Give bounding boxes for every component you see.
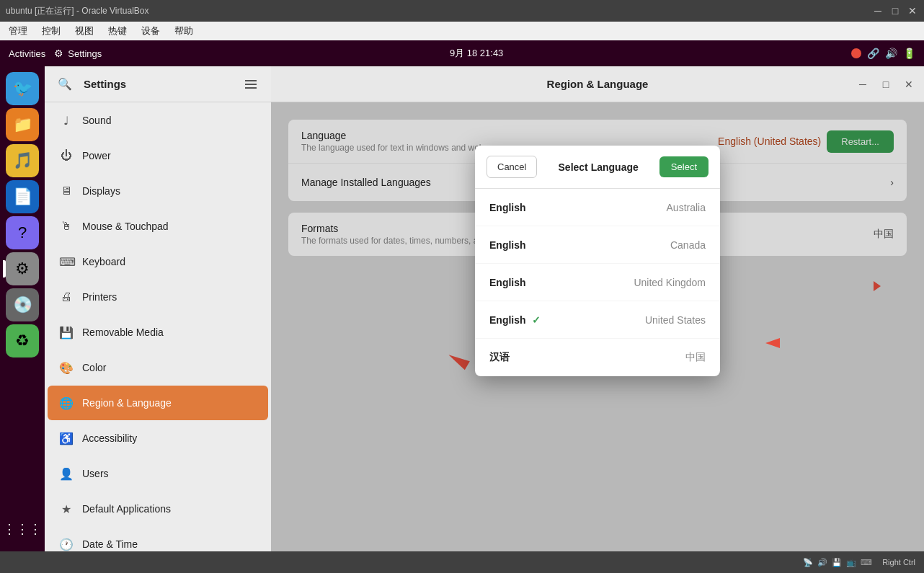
sidebar-label-displays: Displays <box>82 185 120 197</box>
settings-taskbar-icon: ⚙ <box>54 48 63 59</box>
taskbar-datetime: 9月 18 21:43 <box>102 47 851 60</box>
content-title: Region & Language <box>547 78 649 90</box>
lang-item-2[interactable]: English United Kingdom <box>475 264 720 301</box>
taskbar-right-icons: 🔗 🔊 🔋 <box>851 48 915 59</box>
vbox-title: ubuntu [正在运行] - Oracle VirtualBox <box>6 5 872 17</box>
dvd-icon: 💿 <box>13 296 32 314</box>
vbox-icon-2: 🔊 <box>817 558 827 567</box>
settings-dock-icon: ⚙ <box>15 259 30 278</box>
mouse-icon: 🖱 <box>59 220 74 233</box>
window-restore-button[interactable]: □ <box>876 75 895 94</box>
vbox-minimize-button[interactable]: ─ <box>872 5 884 17</box>
sidebar-item-default-apps[interactable]: ★ Default Applications <box>48 492 268 526</box>
lang-name-text-1: English <box>489 239 526 251</box>
sidebar-item-keyboard[interactable]: ⌨ Keyboard <box>48 244 268 279</box>
hamburger-icon-2 <box>245 84 257 85</box>
lang-name-text-0: English <box>489 202 526 213</box>
lang-region-0: Australia <box>667 202 706 213</box>
network-icon[interactable]: 🔗 <box>867 48 879 59</box>
battery-icon[interactable]: 🔋 <box>903 48 915 59</box>
sidebar-item-sound[interactable]: ♩ Sound <box>48 103 268 138</box>
vbox-close-button[interactable]: ✕ <box>907 5 918 17</box>
right-ctrl-label: Right Ctrl <box>882 558 915 567</box>
dock-app-grid[interactable]: ⋮⋮⋮ <box>6 512 39 546</box>
vbox-icon-1: 📡 <box>803 558 813 567</box>
dock-thunderbird[interactable]: 🐦 <box>6 72 39 105</box>
sidebar-item-removable[interactable]: 💾 Removable Media <box>48 315 268 350</box>
taskbar-app-label: Settings <box>68 48 102 59</box>
sidebar-item-accessibility[interactable]: ♿ Accessibility <box>48 421 268 456</box>
content-area: Region & Language ─ □ ✕ Language The lan… <box>271 66 924 551</box>
dock-help[interactable]: ? <box>6 216 39 249</box>
sidebar-item-color[interactable]: 🎨 Color <box>48 350 268 385</box>
main-area: 🐦 📁 🎵 📄 ? ⚙ 💿 ♻ ⋮⋮⋮ <box>0 66 924 551</box>
power-icon: ⏻ <box>59 149 74 162</box>
svg-marker-2 <box>765 338 816 348</box>
vbox-maximize-button[interactable]: □ <box>889 5 901 17</box>
dock-writer[interactable]: 📄 <box>6 180 39 213</box>
writer-icon: 📄 <box>13 187 32 206</box>
sidebar-item-mouse[interactable]: 🖱 Mouse & Touchpad <box>48 209 268 244</box>
lang-item-0[interactable]: English Australia <box>475 189 720 226</box>
lang-region-1: Canada <box>670 239 706 251</box>
sidebar-label-users: Users <box>82 468 109 479</box>
cancel-button[interactable]: Cancel <box>487 156 537 178</box>
vbox-menu-hotkey[interactable]: 热键 <box>102 23 133 39</box>
lang-item-4[interactable]: 汉语 中国 <box>475 339 720 376</box>
dock-dvd[interactable]: 💿 <box>6 288 39 321</box>
settings-sidebar: 🔍 Settings ♩ Sound ⏻ Power <box>45 66 271 551</box>
sidebar-item-datetime[interactable]: 🕐 Date & Time <box>48 527 268 551</box>
printers-icon: 🖨 <box>59 290 74 303</box>
arrow-us-svg <box>765 333 816 353</box>
sidebar-label-accessibility: Accessibility <box>82 432 137 444</box>
arrow-united-states <box>765 333 816 356</box>
search-button[interactable]: 🔍 <box>53 73 76 96</box>
dock-settings[interactable]: ⚙ <box>6 252 39 285</box>
hamburger-icon <box>245 80 257 81</box>
vbox-menu-devices[interactable]: 设备 <box>136 23 166 39</box>
hamburger-button[interactable] <box>239 73 262 96</box>
window-close-button[interactable]: ✕ <box>899 75 918 94</box>
vbox-menu-manage[interactable]: 管理 <box>3 23 33 39</box>
dialog-title: Select Language <box>543 161 653 173</box>
vbox-menu-control[interactable]: 控制 <box>36 23 66 39</box>
lang-region-4: 中国 <box>685 351 706 364</box>
lang-name-3: English ✓ <box>489 314 645 326</box>
lang-name-text-3: English <box>489 314 526 326</box>
sidebar-item-region[interactable]: 🌐 Region & Language <box>48 386 268 420</box>
dock-recycle[interactable]: ♻ <box>6 324 39 357</box>
vbox-menubar: 管理 控制 视图 热键 设备 帮助 <box>0 22 924 40</box>
volume-icon[interactable]: 🔊 <box>885 48 897 59</box>
lang-name-0: English <box>489 202 667 213</box>
vbox-bottombar: 📡 🔊 💾 📺 ⌨ Right Ctrl <box>0 551 924 573</box>
activities-button[interactable]: Activities <box>9 48 45 59</box>
dock-rhythmbox[interactable]: 🎵 <box>6 144 39 177</box>
lang-item-3[interactable]: English ✓ United States <box>475 301 720 339</box>
accessibility-icon: ♿ <box>59 432 74 445</box>
sidebar-item-printers[interactable]: 🖨 Printers <box>48 280 268 314</box>
vbox-menu-help[interactable]: 帮助 <box>169 23 199 39</box>
default-apps-icon: ★ <box>59 502 74 516</box>
sidebar-item-power[interactable]: ⏻ Power <box>48 138 268 173</box>
settings-window: 🔍 Settings ♩ Sound ⏻ Power <box>45 66 924 551</box>
sidebar-item-displays[interactable]: 🖥 Displays <box>48 174 268 208</box>
thunderbird-icon: 🐦 <box>13 79 32 98</box>
sidebar-label-color: Color <box>82 362 106 373</box>
sidebar-label-removable: Removable Media <box>82 327 164 338</box>
window-minimize-button[interactable]: ─ <box>853 75 872 94</box>
sound-icon: ♩ <box>59 114 74 128</box>
lang-item-1[interactable]: English Canada <box>475 226 720 264</box>
datetime-icon: 🕐 <box>59 538 74 551</box>
content-header: Region & Language ─ □ ✕ <box>271 66 924 102</box>
sidebar-label-sound: Sound <box>82 115 111 126</box>
select-language-dialog: Cancel Select Language Select English Au… <box>475 146 720 376</box>
active-indicator <box>3 260 6 277</box>
vbox-menu-view[interactable]: 视图 <box>69 23 99 39</box>
select-button[interactable]: Select <box>659 156 708 177</box>
lang-name-1: English <box>489 239 670 251</box>
vbox-icon-5: ⌨ <box>861 558 872 567</box>
removable-icon: 💾 <box>59 326 74 339</box>
header-win-controls: ─ □ ✕ <box>853 75 918 94</box>
sidebar-item-users[interactable]: 👤 Users <box>48 456 268 491</box>
dock-files[interactable]: 📁 <box>6 108 39 141</box>
